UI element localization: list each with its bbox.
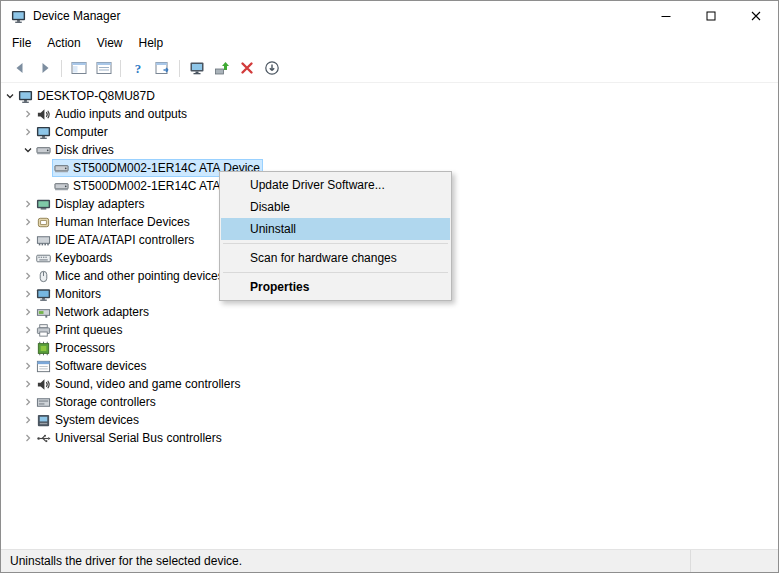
tree-item-content[interactable]: IDE ATA/ATAPI controllers (34, 231, 197, 249)
software-device-icon (35, 359, 52, 374)
chevron-spacer (39, 180, 52, 193)
tree-item-label: Network adapters (55, 305, 149, 319)
processor-icon (35, 341, 52, 356)
tree-item-content[interactable]: Storage controllers (34, 393, 159, 411)
help-button[interactable]: ? (125, 56, 150, 81)
monitor-icon (35, 287, 52, 302)
tree-item-content[interactable]: Computer (34, 123, 111, 141)
context-menu-item-properties[interactable]: Properties (221, 276, 450, 298)
minimize-icon (661, 11, 671, 21)
export-list-button[interactable] (150, 56, 175, 81)
chevron-collapsed-icon[interactable] (21, 252, 34, 265)
tree-item-sound-video-and-game-controllers[interactable]: Sound, video and game controllers (1, 375, 778, 393)
tree-item-content[interactable]: Disk drives (34, 141, 117, 159)
tree-item-content[interactable]: Keyboards (34, 249, 115, 267)
menu-help[interactable]: Help (131, 33, 172, 53)
disk-drive-icon (35, 143, 52, 158)
tree-item-label: Monitors (55, 287, 101, 301)
chevron-collapsed-icon[interactable] (21, 432, 34, 445)
tree-item-content[interactable]: DESKTOP-Q8MU87D (16, 87, 158, 105)
menu-action[interactable]: Action (39, 33, 88, 53)
context-menu-separator (223, 243, 448, 244)
tree-item-content[interactable]: Network adapters (34, 303, 152, 321)
chevron-collapsed-icon[interactable] (21, 126, 34, 139)
disable-icon (264, 60, 280, 76)
context-menu-item-update-driver-software[interactable]: Update Driver Software... (221, 174, 450, 196)
chevron-collapsed-icon[interactable] (21, 342, 34, 355)
tree-item-label: Display adapters (55, 197, 144, 211)
scan-hardware-changes-button[interactable] (184, 56, 209, 81)
chevron-collapsed-icon[interactable] (21, 288, 34, 301)
disk-drive-icon (53, 179, 70, 194)
tree-item-storage-controllers[interactable]: Storage controllers (1, 393, 778, 411)
toolbar: ? (1, 54, 778, 83)
chevron-collapsed-icon[interactable] (21, 216, 34, 229)
tree-item-content[interactable]: Monitors (34, 285, 104, 303)
keyboard-icon (35, 251, 52, 266)
sound-icon (35, 377, 52, 392)
tree-item-audio-inputs-and-outputs[interactable]: Audio inputs and outputs (1, 105, 778, 123)
svg-text:?: ? (134, 61, 141, 76)
tree-item-content[interactable]: Sound, video and game controllers (34, 375, 243, 393)
tree-item-content[interactable]: System devices (34, 411, 142, 429)
device-manager-window: Device Manager FileActionViewHelp ? DESK… (0, 0, 779, 573)
context-menu-item-uninstall[interactable]: Uninstall (221, 218, 450, 240)
tree-item-computer[interactable]: Computer (1, 123, 778, 141)
tree-item-content[interactable]: Processors (34, 339, 118, 357)
context-menu-item-scan-for-hardware-changes[interactable]: Scan for hardware changes (221, 247, 450, 269)
tree-item-content[interactable]: Software devices (34, 357, 149, 375)
menu-file[interactable]: File (4, 33, 39, 53)
tree-item-content[interactable]: Print queues (34, 321, 125, 339)
chevron-collapsed-icon[interactable] (21, 378, 34, 391)
network-adapter-icon (35, 305, 52, 320)
disable-button[interactable] (259, 56, 284, 81)
tree-item-content[interactable]: Mice and other pointing devices (34, 267, 227, 285)
tree-item-label: IDE ATA/ATAPI controllers (55, 233, 194, 247)
system-device-icon (35, 413, 52, 428)
chevron-collapsed-icon[interactable] (21, 234, 34, 247)
chevron-collapsed-icon[interactable] (21, 270, 34, 283)
window-controls (643, 1, 778, 31)
chevron-collapsed-icon[interactable] (21, 324, 34, 337)
tree-item-network-adapters[interactable]: Network adapters (1, 303, 778, 321)
chevron-collapsed-icon[interactable] (21, 108, 34, 121)
tree-item-label: Processors (55, 341, 115, 355)
uninstall-button[interactable] (234, 56, 259, 81)
tree-item-desktop-q8mu87d[interactable]: DESKTOP-Q8MU87D (1, 87, 778, 105)
tree-item-disk-drives[interactable]: Disk drives (1, 141, 778, 159)
tree-item-software-devices[interactable]: Software devices (1, 357, 778, 375)
chevron-collapsed-icon[interactable] (21, 198, 34, 211)
chevron-expanded-icon[interactable] (21, 144, 34, 157)
tree-item-label: Keyboards (55, 251, 112, 265)
chevron-collapsed-icon[interactable] (21, 396, 34, 409)
tree-item-print-queues[interactable]: Print queues (1, 321, 778, 339)
context-menu-item-disable[interactable]: Disable (221, 196, 450, 218)
chevron-collapsed-icon[interactable] (21, 360, 34, 373)
update-driver-software-button[interactable] (209, 56, 234, 81)
tree-item-content[interactable]: Display adapters (34, 195, 147, 213)
minimize-button[interactable] (643, 1, 688, 31)
chevron-expanded-icon[interactable] (3, 90, 16, 103)
menu-view[interactable]: View (89, 33, 131, 53)
close-button[interactable] (733, 1, 778, 31)
toolbar-separator (179, 60, 180, 77)
scan-hardware-changes-icon (189, 60, 205, 76)
mouse-icon (35, 269, 52, 284)
chevron-collapsed-icon[interactable] (21, 414, 34, 427)
tree-item-universal-serial-bus-controllers[interactable]: Universal Serial Bus controllers (1, 429, 778, 447)
show-console-tree-button[interactable] (66, 56, 91, 81)
title-bar[interactable]: Device Manager (1, 1, 778, 31)
tree-item-content[interactable]: Human Interface Devices (34, 213, 193, 231)
toolbar-separator (120, 60, 121, 77)
forward-button[interactable] (32, 56, 57, 81)
tree-item-label: Sound, video and game controllers (55, 377, 240, 391)
properties-button[interactable] (91, 56, 116, 81)
maximize-button[interactable] (688, 1, 733, 31)
tree-item-content[interactable]: Audio inputs and outputs (34, 105, 190, 123)
tree-item-content[interactable]: Universal Serial Bus controllers (34, 429, 225, 447)
tree-item-system-devices[interactable]: System devices (1, 411, 778, 429)
back-button[interactable] (7, 56, 32, 81)
show-console-tree-icon (71, 60, 87, 76)
chevron-collapsed-icon[interactable] (21, 306, 34, 319)
tree-item-processors[interactable]: Processors (1, 339, 778, 357)
